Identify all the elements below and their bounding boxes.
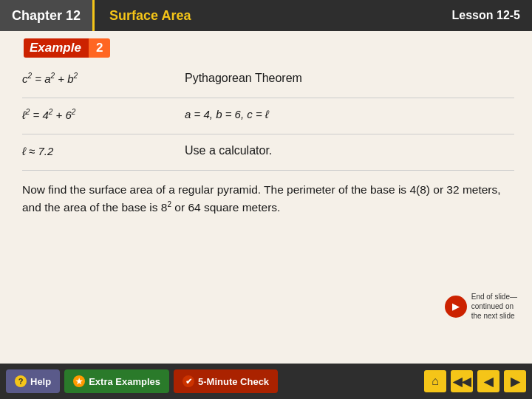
header-bar: Chapter 12 Surface Area Lesson 12-5 xyxy=(0,0,532,31)
example-number: 2 xyxy=(89,38,110,58)
end-note: ▶ End of slide—continued onthe next slid… xyxy=(445,292,517,321)
toolbar: ? Help ★ Extra Examples ✔ 5-Minute Check… xyxy=(0,364,532,399)
nav-prev-button[interactable]: ◀ xyxy=(477,370,499,392)
help-label: Help xyxy=(30,376,51,387)
divider-3 xyxy=(22,170,514,171)
nav-back-button[interactable]: ◀◀ xyxy=(451,370,473,392)
math-right-1: Pythagorean Theorem xyxy=(185,72,514,85)
nav-next-button[interactable]: ▶ xyxy=(504,370,526,392)
extra-label: Extra Examples xyxy=(89,376,160,387)
extra-examples-button[interactable]: ★ Extra Examples xyxy=(64,369,169,393)
main-content: Example 2 c2 = a2 + b2 Pythagorean Theor… xyxy=(0,31,532,364)
check-icon: ✔ xyxy=(183,375,194,387)
slide-container: Chapter 12 Surface Area Lesson 12-5 Exam… xyxy=(0,0,532,399)
math-row-3: ℓ ≈ 7.2 Use a calculator. xyxy=(22,137,514,164)
nav-home-button[interactable]: ⌂ xyxy=(424,370,446,392)
math-left-3: ℓ ≈ 7.2 xyxy=(22,145,185,157)
math-left-2: ℓ2 = 42 + 62 xyxy=(22,108,185,121)
help-button[interactable]: ? Help xyxy=(6,369,60,393)
end-note-icon: ▶ xyxy=(445,296,467,318)
example-badge: Example 2 xyxy=(24,38,110,58)
five-minute-check-button[interactable]: ✔ 5-Minute Check xyxy=(174,369,278,393)
divider-1 xyxy=(22,98,514,98)
divider-2 xyxy=(22,134,514,134)
section-title: Surface Area xyxy=(95,0,440,31)
example-label: Example xyxy=(24,38,89,58)
paragraph-text: Now find the surface area of a regular p… xyxy=(22,181,514,216)
end-note-text: End of slide—continued onthe next slide xyxy=(471,292,517,321)
math-row-2: ℓ2 = 42 + 62 a = 4, b = 6, c = ℓ xyxy=(22,101,514,128)
math-row-1: c2 = a2 + b2 Pythagorean Theorem xyxy=(22,65,514,92)
help-icon: ? xyxy=(15,375,27,387)
math-right-2: a = 4, b = 6, c = ℓ xyxy=(185,108,514,121)
check-label: 5-Minute Check xyxy=(198,376,269,387)
lesson-label: Lesson 12-5 xyxy=(440,0,532,31)
math-left-1: c2 = a2 + b2 xyxy=(22,72,185,85)
chapter-title: Chapter 12 xyxy=(0,0,95,31)
math-right-3: Use a calculator. xyxy=(185,144,514,157)
extra-icon: ★ xyxy=(73,375,85,387)
